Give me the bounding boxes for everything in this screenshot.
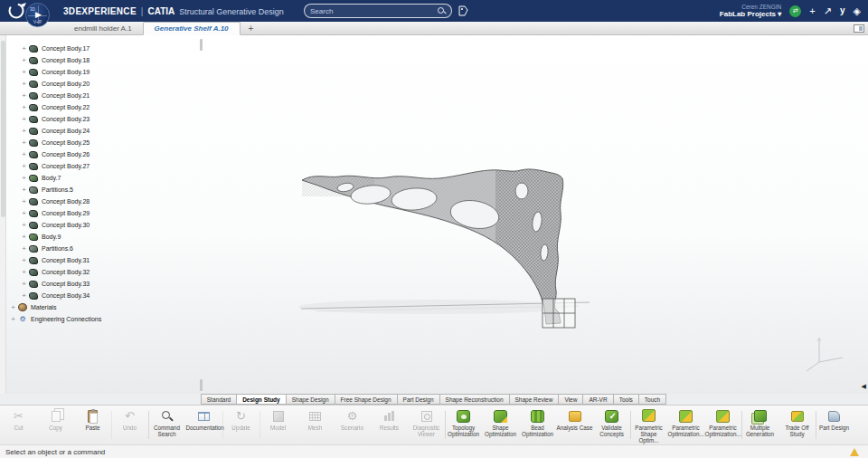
toolbar-item-parametric-optimization[interactable]: Parametric Optimization...: [667, 406, 704, 444]
tree-item-concept-body-25[interactable]: +Concept Body.25: [9, 137, 201, 148]
document-tab-generative-shelf-a-10[interactable]: Generative Shelf A.10: [143, 22, 241, 35]
tree-expander-icon[interactable]: +: [20, 256, 28, 264]
ribbon-tab-shape-review[interactable]: Shape Review: [509, 394, 560, 405]
tree-item-engineering-connections[interactable]: +⚙Engineering Connections: [9, 313, 201, 325]
tree-expander-icon[interactable]: +: [20, 91, 28, 100]
chevron-down-icon[interactable]: ▾: [778, 10, 781, 18]
compass-menu-icon[interactable]: ◈: [854, 6, 861, 16]
tree-expander-icon[interactable]: +: [20, 138, 28, 147]
tree-item-concept-body-18[interactable]: +Concept Body.18: [9, 54, 201, 66]
tree-expander-icon[interactable]: +: [20, 68, 28, 76]
tree-expander-icon[interactable]: +: [20, 186, 28, 194]
tree-expander-icon[interactable]: +: [20, 162, 28, 170]
toolbar-item-command-search[interactable]: Command Search: [148, 406, 185, 444]
warning-icon[interactable]: [850, 448, 859, 456]
compass-vr-label[interactable]: V+R: [33, 20, 42, 24]
wireframe-fixture-box[interactable]: [542, 299, 575, 328]
tag-icon[interactable]: [458, 5, 468, 16]
tree-expander-icon[interactable]: +: [20, 233, 28, 241]
tree-item-concept-body-30[interactable]: +Concept Body.30: [9, 219, 201, 231]
tree-expander-icon[interactable]: +: [20, 115, 28, 123]
ribbon-tab-view[interactable]: View: [558, 394, 583, 405]
tree-expander-icon[interactable]: +: [20, 174, 28, 182]
ribbon-tab-standard[interactable]: Standard: [201, 394, 237, 405]
tree-item-concept-body-31[interactable]: +Concept Body.31: [9, 254, 201, 266]
tree-item-materials[interactable]: +Materials: [9, 301, 201, 313]
tree-item-concept-body-24[interactable]: +Concept Body.24: [9, 125, 201, 137]
tree-item-concept-body-27[interactable]: +Concept Body.27: [9, 160, 201, 172]
ribbon-tab-design-study[interactable]: Design Study: [236, 394, 287, 405]
ribbon-tab-free-shape-design[interactable]: Free Shape Design: [335, 394, 398, 405]
3d-compass[interactable]: 3D ▶ V+R: [25, 3, 50, 27]
tree-expander-icon[interactable]: +: [20, 291, 28, 300]
tree-expander-icon[interactable]: +: [20, 197, 28, 205]
tree-item-concept-body-19[interactable]: +Concept Body.19: [9, 66, 201, 78]
tree-item-partitions-6[interactable]: +Partitions.6: [9, 243, 201, 254]
left-scrollbar[interactable]: [0, 35, 6, 394]
axis-triad-icon[interactable]: [807, 338, 843, 371]
ribbon-tab-part-design[interactable]: Part Design: [397, 394, 440, 405]
sync-status-icon[interactable]: ⇄: [789, 5, 801, 17]
panel-layout-icon[interactable]: [854, 24, 864, 33]
toolbar-item-bead-optimization[interactable]: Bead Optimization: [519, 406, 556, 444]
search-input[interactable]: [310, 7, 438, 15]
tree-item-concept-body-28[interactable]: +Concept Body.28: [9, 196, 201, 207]
ribbon-tab-shape-design[interactable]: Shape Design: [286, 394, 335, 405]
toolbar-item-topology-optimization[interactable]: Topology Optimization: [445, 406, 482, 444]
tree-item-concept-body-20[interactable]: +Concept Body.20: [9, 78, 201, 90]
tree-item-concept-body-26[interactable]: +Concept Body.26: [9, 148, 201, 160]
left-scrollbar-thumb[interactable]: [1, 41, 5, 217]
tree-expander-icon[interactable]: +: [9, 315, 17, 323]
toolbar-item-documentation[interactable]: Documentation: [185, 406, 222, 444]
ribbon-tab-shape-reconstruction[interactable]: Shape Reconstruction: [439, 394, 510, 405]
add-content-icon[interactable]: +: [809, 6, 815, 16]
toolbar-item-multiple-generation[interactable]: Multiple Generation: [741, 406, 778, 444]
tree-expander-icon[interactable]: +: [9, 303, 17, 311]
toolbar-item-shape-optimization[interactable]: Shape Optimization: [482, 406, 519, 444]
tree-item-concept-body-17[interactable]: +Concept Body.17: [9, 43, 201, 54]
tree-expander-icon[interactable]: +: [20, 268, 28, 276]
compass-3d-label[interactable]: 3D: [30, 7, 35, 12]
tree-item-concept-body-22[interactable]: +Concept Body.22: [9, 101, 201, 113]
tree-expander-icon[interactable]: +: [20, 244, 28, 253]
collapse-panel-icon[interactable]: ◀: [862, 383, 866, 389]
search-box[interactable]: [304, 4, 452, 18]
tree-expander-icon[interactable]: +: [20, 103, 28, 111]
tree-expander-icon[interactable]: +: [20, 150, 28, 158]
toolbar-item-paste[interactable]: Paste: [74, 406, 111, 444]
play-icon[interactable]: ▶: [35, 10, 42, 19]
tree-scrollbar-bottom[interactable]: [200, 379, 203, 391]
new-tab-button[interactable]: +: [241, 22, 262, 34]
tree-item-body-7[interactable]: +Body.7: [9, 172, 201, 184]
swym-icon[interactable]: y: [840, 6, 845, 15]
tree-expander-icon[interactable]: +: [20, 127, 28, 135]
tree-item-concept-body-21[interactable]: +Concept Body.21: [9, 90, 201, 101]
tree-expander-icon[interactable]: +: [20, 280, 28, 288]
3ds-logo[interactable]: [7, 2, 27, 20]
tree-item-partitions-5[interactable]: +Partitions.5: [9, 184, 201, 196]
tree-expander-icon[interactable]: +: [20, 56, 28, 64]
tree-item-concept-body-32[interactable]: +Concept Body.32: [9, 266, 201, 278]
ribbon-tab-touch[interactable]: Touch: [638, 394, 666, 405]
toolbar-item-analysis-case[interactable]: Analysis Case: [556, 406, 593, 444]
search-icon[interactable]: [438, 7, 446, 15]
tree-expander-icon[interactable]: +: [20, 80, 28, 88]
tree-expander-icon[interactable]: +: [20, 221, 28, 229]
share-icon[interactable]: ↗: [824, 6, 832, 16]
tree-item-concept-body-23[interactable]: +Concept Body.23: [9, 113, 201, 125]
tree-expander-icon[interactable]: +: [20, 44, 28, 52]
toolbar-item-trade-off-study[interactable]: Trade Off Study: [778, 406, 816, 444]
toolbar-item-part-design[interactable]: Part Design: [816, 406, 853, 444]
tree-item-body-9[interactable]: +Body.9: [9, 231, 201, 243]
tree-item-concept-body-29[interactable]: +Concept Body.29: [9, 207, 201, 219]
toolbar-item-validate-concepts[interactable]: Validate Concepts: [593, 406, 630, 444]
document-tab-endmill-holder-a-1[interactable]: endmill holder A.1: [63, 22, 143, 34]
tree-expander-icon[interactable]: +: [20, 209, 28, 217]
viewport[interactable]: +Concept Body.17+Concept Body.18+Concept…: [0, 35, 868, 394]
tree-item-concept-body-33[interactable]: +Concept Body.33: [9, 278, 201, 290]
tree-item-concept-body-34[interactable]: +Concept Body.34: [9, 290, 201, 301]
user-info[interactable]: Ceren ZENGIN FabLab Projects ▾: [720, 4, 782, 19]
tree-scrollbar-top[interactable]: [200, 39, 203, 51]
toolbar-item-parametric-shape-optim[interactable]: Parametric Shape Optim...: [630, 406, 667, 444]
ribbon-tab-tools[interactable]: Tools: [613, 394, 639, 405]
